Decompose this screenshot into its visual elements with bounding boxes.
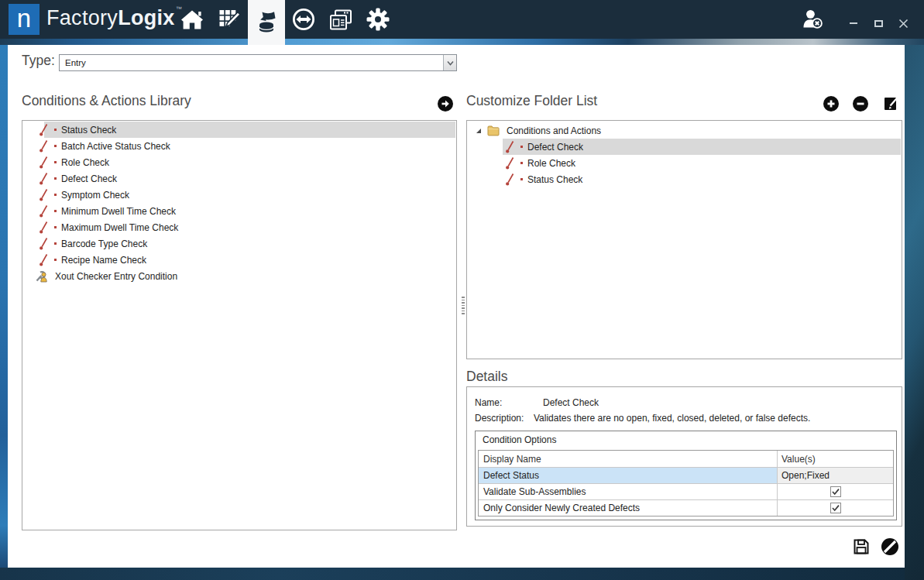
bullet	[520, 146, 523, 148]
tree-root[interactable]: Conditions and Actions	[467, 122, 902, 139]
factorylogix-window: n FactoryLogix™	[0, 0, 924, 580]
library-database-icon[interactable]	[248, 0, 285, 45]
type-select-value: Entry	[60, 58, 443, 67]
condition-icon	[38, 172, 49, 185]
minus-icon	[856, 99, 865, 108]
list-item[interactable]: Role Check	[22, 154, 456, 170]
condition-icon	[38, 204, 49, 218]
list-item[interactable]: Symptom Check	[22, 187, 456, 203]
condition-options-group: Condition Options Display Name Value(s) …	[475, 431, 897, 520]
bullet	[520, 162, 523, 164]
add-folder-item-button[interactable]	[823, 96, 839, 112]
condition-icon	[504, 140, 515, 153]
list-item[interactable]: Recipe Name Check	[22, 252, 456, 268]
description-label: Description:	[475, 413, 524, 424]
table-row[interactable]: Validate Sub-Assemblies	[479, 483, 893, 499]
folder-icon	[487, 125, 500, 136]
save-button[interactable]	[853, 538, 870, 558]
frame-right	[905, 39, 924, 580]
table-row[interactable]: Only Consider Newly Created Defects	[479, 499, 893, 516]
tree-item[interactable]: Status Check	[467, 171, 902, 187]
plus-icon	[826, 99, 836, 108]
cancel-button[interactable]	[881, 537, 899, 559]
chevron-down-icon[interactable]	[443, 55, 456, 70]
checkbox-checked[interactable]	[830, 503, 841, 513]
name-value: Defect Check	[543, 397, 599, 408]
remove-folder-item-button[interactable]	[853, 96, 868, 112]
name-label: Name:	[475, 397, 502, 408]
content-area: Type: Entry Conditions & Actions Library…	[8, 45, 905, 568]
app-logo: n	[9, 4, 40, 35]
list-item[interactable]: Barcode Type Check	[22, 235, 456, 252]
condition-icon	[38, 237, 49, 250]
library-panel-title: Conditions & Actions Library	[22, 93, 191, 109]
condition-icon	[38, 123, 49, 136]
tree-item[interactable]: Defect Check	[467, 139, 902, 155]
list-item[interactable]: Batch Active Status Check	[22, 138, 456, 154]
bullet	[54, 145, 57, 147]
home-icon[interactable]	[173, 0, 211, 39]
maximize-button[interactable]	[871, 16, 885, 30]
bullet	[54, 194, 57, 196]
cancel-slash-icon	[881, 537, 899, 556]
condition-icon	[38, 188, 49, 201]
gear-icon[interactable]	[359, 0, 397, 39]
list-item[interactable]: Status Check	[22, 122, 456, 138]
move-right-button[interactable]	[438, 96, 453, 112]
condition-icon	[504, 173, 515, 186]
condition-options-table: Display Name Value(s) Defect Status Open…	[478, 450, 894, 517]
folder-tree: Conditions and Actions Defect Check Role…	[466, 120, 902, 359]
list-item[interactable]: Defect Check	[22, 170, 456, 187]
bullet	[54, 259, 57, 261]
list-item[interactable]: Maximum Dwell Time Check	[22, 219, 456, 235]
table-header-row: Display Name Value(s)	[479, 451, 893, 467]
type-select[interactable]: Entry	[59, 54, 457, 71]
details-title: Details	[466, 369, 508, 385]
bullet	[54, 177, 57, 180]
condition-icon	[504, 156, 515, 170]
edit-folder-button[interactable]	[883, 94, 900, 112]
condition-icon	[38, 156, 49, 169]
bullet	[520, 178, 523, 180]
bullet	[54, 161, 57, 163]
main-nav	[173, 0, 397, 39]
details-panel: Name: Defect Check Description: Validate…	[466, 386, 902, 527]
grid-edit-icon[interactable]	[211, 0, 248, 39]
edit-pencil-icon	[883, 94, 900, 112]
type-label: Type:	[22, 53, 55, 69]
condition-icon	[38, 253, 49, 266]
table-row[interactable]: Defect Status Open;Fixed	[479, 467, 893, 483]
save-floppy-icon	[853, 538, 870, 555]
bullet	[54, 210, 57, 212]
bullet	[54, 129, 57, 131]
close-button[interactable]	[896, 16, 910, 30]
expander-icon[interactable]	[475, 127, 484, 135]
accent-band	[0, 39, 924, 45]
condition-icon	[38, 139, 49, 153]
bullet	[54, 242, 57, 245]
frame-left	[0, 39, 8, 568]
user-logout-icon[interactable]	[802, 9, 823, 32]
minimize-button[interactable]	[847, 16, 860, 30]
column-display-name: Display Name	[479, 451, 778, 467]
frame-bottom	[0, 568, 924, 580]
column-values: Value(s)	[778, 451, 893, 467]
bullet	[54, 226, 57, 228]
titlebar-controls	[802, 0, 910, 39]
list-item[interactable]: Xout Checker Entry Condition	[22, 268, 456, 284]
value-cell[interactable]: Open;Fixed	[778, 468, 893, 483]
list-item[interactable]: Minimum Dwell Time Check	[22, 203, 456, 219]
conditions-library-list: Status Check Batch Active Status Check R…	[22, 120, 457, 530]
checkbox-checked[interactable]	[830, 486, 841, 497]
arrow-right-icon	[441, 99, 450, 108]
sync-arrows-icon[interactable]	[285, 0, 322, 39]
brand-name: FactoryLogix™	[46, 5, 182, 30]
window-stack-icon[interactable]	[322, 0, 359, 39]
panel-splitter[interactable]	[461, 297, 465, 314]
condition-options-title: Condition Options	[483, 434, 556, 445]
description-value: Validates there are no open, fixed, clos…	[534, 413, 810, 424]
titlebar: n FactoryLogix™	[0, 0, 924, 39]
tree-item[interactable]: Role Check	[467, 155, 902, 171]
folder-panel-title: Customize Folder List	[466, 93, 597, 109]
wrench-person-icon	[35, 269, 49, 283]
